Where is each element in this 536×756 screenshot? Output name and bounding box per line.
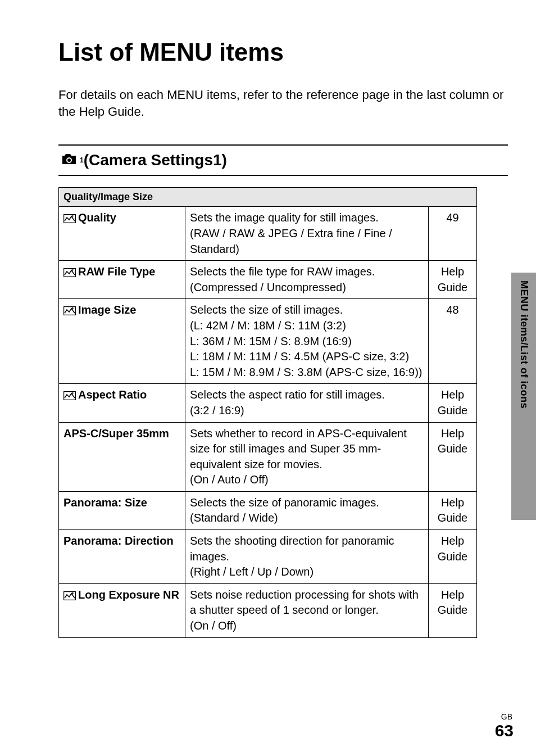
- table-row: Image SizeSelects the size of still imag…: [59, 299, 477, 384]
- side-tab: MENU items/List of icons: [511, 273, 536, 520]
- table-row: RAW File TypeSelects the file type for R…: [59, 261, 477, 299]
- table-group-header: Quality/Image Size: [59, 188, 477, 207]
- menu-item-desc: Selects the size of still images. (L: 42…: [185, 299, 429, 384]
- side-tab-text: MENU items/List of icons: [518, 280, 530, 409]
- menu-item-desc: Sets the image quality for still images.…: [185, 207, 429, 261]
- menu-item-name: Panorama: Direction: [59, 530, 185, 584]
- menu-item-ref: 48: [429, 299, 477, 384]
- menu-item-label: Panorama: Size: [63, 496, 147, 509]
- menu-item-ref: Help Guide: [429, 491, 477, 529]
- footer-page-number: 63: [495, 721, 514, 740]
- svg-point-1: [67, 159, 71, 162]
- camera-icon: [61, 152, 78, 168]
- menu-item-desc: Selects the file type for RAW images. (C…: [185, 261, 429, 299]
- table-row: APS-C/Super 35mmSets whether to record i…: [59, 422, 477, 491]
- menu-item-name: Panorama: Size: [59, 491, 185, 529]
- menu-item-desc: Selects the size of panoramic images. (S…: [185, 491, 429, 529]
- menu-item-ref: Help Guide: [429, 530, 477, 584]
- menu-item-label: Aspect Ratio: [78, 388, 147, 401]
- menu-item-ref: Help Guide: [429, 261, 477, 299]
- menu-item-label: Panorama: Direction: [63, 535, 174, 547]
- table-body: QualitySets the image quality for still …: [59, 207, 477, 637]
- menu-item-desc: Sets the shooting direction for panorami…: [185, 530, 429, 584]
- section-title: (Camera Settings1): [84, 151, 227, 169]
- menu-item-name: Long Exposure NR: [59, 583, 185, 637]
- intro-text: For details on each MENU items, refer to…: [58, 87, 508, 120]
- menu-item-label: APS-C/Super 35mm: [63, 427, 169, 440]
- camera-icon-sub: 1: [80, 156, 84, 164]
- table-row: Long Exposure NRSets noise reduction pro…: [59, 583, 477, 637]
- menu-item-desc: Selects the aspect ratio for still image…: [185, 384, 429, 422]
- image-mode-icon: [63, 304, 76, 320]
- menu-item-ref: Help Guide: [429, 583, 477, 637]
- menu-item-label: RAW File Type: [78, 265, 155, 278]
- menu-item-label: Image Size: [78, 304, 136, 316]
- menu-item-ref: 49: [429, 207, 477, 261]
- table-row: Panorama: SizeSelects the size of panora…: [59, 491, 477, 529]
- image-mode-icon: [63, 266, 76, 282]
- footer: GB 63: [495, 712, 514, 740]
- menu-item-desc: Sets whether to record in APS-C-equivale…: [185, 422, 429, 491]
- menu-table: Quality/Image Size QualitySets the image…: [58, 187, 477, 637]
- menu-item-name: Quality: [59, 207, 185, 261]
- menu-item-label: Quality: [78, 211, 116, 224]
- table-row: Aspect RatioSelects the aspect ratio for…: [59, 384, 477, 422]
- image-mode-icon: [63, 389, 76, 405]
- menu-item-ref: Help Guide: [429, 384, 477, 422]
- table-row: QualitySets the image quality for still …: [59, 207, 477, 261]
- menu-item-desc: Sets noise reduction processing for shot…: [185, 583, 429, 637]
- table-row: Panorama: DirectionSets the shooting dir…: [59, 530, 477, 584]
- footer-lang: GB: [495, 712, 512, 721]
- page: List of MENU items For details on each M…: [0, 0, 536, 756]
- menu-item-name: Aspect Ratio: [59, 384, 185, 422]
- section-header: 1 (Camera Settings1): [58, 144, 508, 176]
- image-mode-icon: [63, 589, 76, 605]
- menu-item-name: Image Size: [59, 299, 185, 384]
- menu-item-name: RAW File Type: [59, 261, 185, 299]
- menu-item-ref: Help Guide: [429, 422, 477, 491]
- page-title: List of MENU items: [58, 38, 508, 66]
- menu-item-label: Long Exposure NR: [78, 588, 179, 601]
- image-mode-icon: [63, 212, 76, 228]
- menu-item-name: APS-C/Super 35mm: [59, 422, 185, 491]
